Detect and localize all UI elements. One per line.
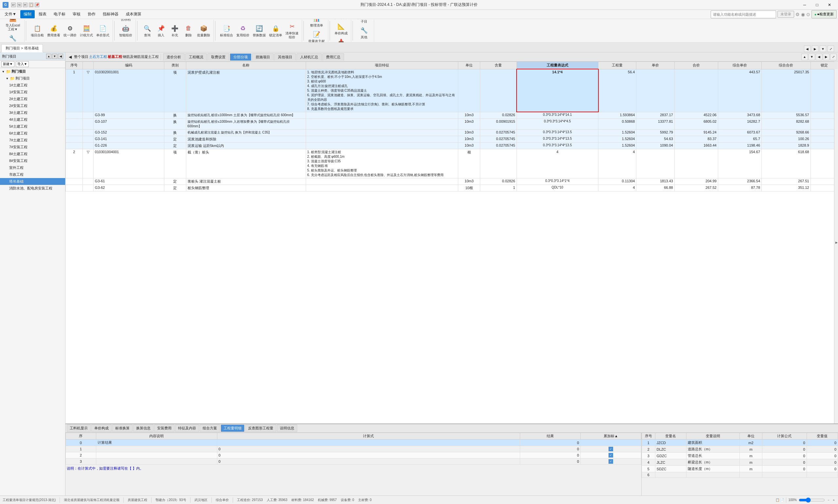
smart-price-btn[interactable]: 🤖 智能组价 <box>118 23 133 38</box>
tree-item-9[interactable]: 7#土建工程 <box>0 137 65 144</box>
bcell-cumulative[interactable]: ✓ <box>581 452 641 458</box>
bottom-tab-notes[interactable]: 说明信息 <box>277 425 297 432</box>
brcell-formula[interactable]: 0 <box>762 459 806 466</box>
import-btn[interactable]: 导入▼ <box>16 61 29 67</box>
update-button[interactable]: ● ●检查更新 <box>812 10 837 18</box>
cell-expr[interactable]: 0.3*0.3*3.14*4*4.5 <box>517 119 599 129</box>
bottom-tab-labor[interactable]: 工料机显示 <box>67 425 91 432</box>
bcell-formula[interactable] <box>217 439 520 446</box>
cut-btn[interactable]: ✂ <box>23 3 28 7</box>
batch-setting-btn[interactable]: ⚙ 批量设置子目 <box>356 19 372 24</box>
query-btn[interactable]: 🔍 查询 <box>141 23 154 38</box>
quick-combine-btn[interactable]: ✂ 清单快速组价 <box>284 21 300 40</box>
sidebar-down-btn[interactable]: ▼ <box>52 54 57 59</box>
price-adjust-btn[interactable]: ⚙ 统一调价 <box>62 23 78 38</box>
login-button[interactable]: 未登录 <box>778 11 794 18</box>
bottom-tab-reverse[interactable]: 反查图形工程量 <box>245 425 276 432</box>
bottom-row-2[interactable]: 2 0 0 ✓ <box>66 452 641 458</box>
redo-btn[interactable]: ↪ <box>17 3 22 7</box>
table-nav-up[interactable]: ▲ <box>801 54 808 60</box>
title-controls[interactable]: ↩ ↪ ✂ 📋 📌 <box>11 3 39 7</box>
status-zoom-out[interactable]: － <box>827 498 830 502</box>
table-row[interactable]: G3-141 定 泥浆池建造和拆除 10m3 0.02705745 0.3*0.… <box>66 136 838 142</box>
brcell-formula[interactable]: 0 <box>762 466 806 472</box>
tree-item-8[interactable]: 6#土建工程 <box>0 130 65 137</box>
tree-item-11[interactable]: 8#土建工程 <box>0 150 65 158</box>
table-row[interactable]: G1-226 定 泥浆运输 运距5km以内 10m3 0.02705745 0.… <box>66 142 838 149</box>
cloud-check-btn[interactable]: ☁ 云检查 <box>119 39 132 43</box>
table-row[interactable]: G3-62 定 桩头钢筋整理 10根 1 QDL*10 4 66.88 267.… <box>66 184 838 191</box>
cell-expand[interactable]: ▽ <box>83 149 93 178</box>
other-btn[interactable]: 🔧 其他 <box>357 25 371 40</box>
undo-btn[interactable]: ↩ <box>11 3 16 7</box>
bottom-row-1[interactable]: 1 0 0 ✓ <box>66 446 641 452</box>
tree-project[interactable]: ▼ 📁 荆门项目 <box>0 75 65 82</box>
table-row[interactable]: G3-99 换 旋挖钻机钻桩孔 桩径≤1000mm 土层 换为【螺带式旋挖钻机孔… <box>66 112 838 119</box>
new-btn[interactable]: 新建▼ <box>1 61 14 67</box>
tree-item-2[interactable]: 1#安装工程 <box>0 89 65 95</box>
sub-tab-overview[interactable]: 工程概况 <box>185 53 207 60</box>
tree-item-1[interactable]: 1#土建工程 <box>0 82 65 89</box>
tree-toggle-project[interactable]: ▼ <box>5 76 9 80</box>
tree-item-14[interactable]: 市政工程 <box>0 171 65 178</box>
extract-template-btn[interactable]: 📥 提取模板取费专业 <box>333 37 349 43</box>
copy-btn[interactable]: 📋 <box>29 3 33 7</box>
table-nav-down[interactable]: ▼ <box>808 54 815 60</box>
right-panel-toggle[interactable]: ▶ <box>834 61 838 424</box>
tax-method-btn[interactable]: 🧮 计税方式 <box>78 23 94 38</box>
menu-report[interactable]: 报表 <box>35 10 50 18</box>
lock-list-btn[interactable]: 🔒 锁定清单 <box>268 21 284 40</box>
zoom-slider[interactable] <box>799 498 825 503</box>
tree-item-5[interactable]: 3#土建工程 <box>0 109 65 116</box>
tree-item-7[interactable]: 5#土建工程 <box>0 123 65 130</box>
search-input[interactable] <box>711 11 776 18</box>
cell-expr[interactable]: 4 <box>517 149 599 178</box>
bottom-tab-std-conv[interactable]: 标准换算 <box>112 425 132 432</box>
brcell-formula[interactable]: 0 <box>762 439 806 446</box>
menu-file[interactable]: 文件▼ <box>1 10 20 18</box>
minimize-btn[interactable]: ─ <box>799 1 810 9</box>
tree-root[interactable]: ▼ 📁 荆门项目 <box>0 68 65 75</box>
cloud-archive-btn[interactable]: 💾 云存档 <box>119 19 132 22</box>
brcell-formula[interactable]: 0 <box>762 453 806 459</box>
sub-tab-fee-setting[interactable]: 取费设置 <box>208 53 229 60</box>
sub-tab-analysis[interactable]: 遣价分析 <box>163 53 185 60</box>
cell-expr[interactable]: 0.3*0.3*3.14*4*13.5 <box>517 142 599 149</box>
delete-btn[interactable]: 🗑 删除 <box>182 23 195 38</box>
sub-tab-labor[interactable]: 人材机汇总 <box>297 53 322 60</box>
bcell-cumulative[interactable]: ✓ <box>581 458 641 465</box>
menu-cost[interactable]: 成本测算 <box>122 10 145 18</box>
sidebar-up-btn[interactable]: ▲ <box>46 54 51 59</box>
bottom-right-row-6[interactable]: 6 <box>642 472 838 478</box>
bottom-row-3[interactable]: 3 0 0 ✓ <box>66 458 641 465</box>
bcell-formula[interactable]: 0 <box>217 452 520 458</box>
fee-view-btn[interactable]: 💰 费用查看 <box>46 23 61 38</box>
table-row[interactable]: G3-61 定 凿桩头 灌注混凝土桩 10m3 0.02826 0.3*0.3*… <box>66 178 838 184</box>
bottom-tab-conv-info[interactable]: 换算信息 <box>133 425 154 432</box>
window-controls[interactable]: ─ □ ✕ <box>799 1 835 9</box>
menu-index[interactable]: 指标神器 <box>100 10 122 18</box>
table-nav-left[interactable]: ◀ <box>816 54 822 60</box>
cumulative-checkbox[interactable]: ✓ <box>608 459 613 464</box>
add-btn[interactable]: ➕ 补充 <box>168 23 181 38</box>
batch-delete-btn[interactable]: 📦 批量删除 <box>196 23 212 38</box>
replace-data-btn[interactable]: 🔄 替换数据 <box>251 21 267 40</box>
table-row[interactable]: 1 ▽ 010302001001 项 泥浆护壁成孔灌注桩 1. 地层情况,详见图… <box>66 69 838 112</box>
bottom-row-0[interactable]: 0 计算结果 0 <box>66 439 641 446</box>
cell-expr[interactable]: 0.3*0.3*3.14*4*13.5 <box>517 136 599 142</box>
menu-electronic[interactable]: 电子标 <box>50 10 69 18</box>
collapse-left-arrow[interactable]: ◀ <box>67 54 73 60</box>
tree-item-6[interactable]: 4#土建工程 <box>0 116 65 123</box>
table-nav-right[interactable]: ▶ <box>823 54 830 60</box>
tree-item-16[interactable]: 消防水池、配电房安装工程 <box>0 185 65 192</box>
sub-tab-items[interactable]: 分部分项 <box>230 53 251 60</box>
cell-expr[interactable]: 0.3*0.3*3.14*1*4 <box>517 178 599 184</box>
tree-item-4[interactable]: 2#安装工程 <box>0 103 65 109</box>
unit-compose-btn[interactable]: 📐 单价构成 <box>333 21 349 36</box>
menu-edit[interactable]: 编制 <box>20 10 35 18</box>
cell-expr[interactable]: 0.3*0.3*3.14*4*14.1 <box>517 112 599 119</box>
nav-left[interactable]: ◀ <box>804 46 810 52</box>
tree-item-12[interactable]: 8#安装工程 <box>0 158 65 164</box>
tree-toggle[interactable]: ▼ <box>1 70 5 74</box>
bcell-cumulative[interactable]: ✓ <box>581 446 641 452</box>
